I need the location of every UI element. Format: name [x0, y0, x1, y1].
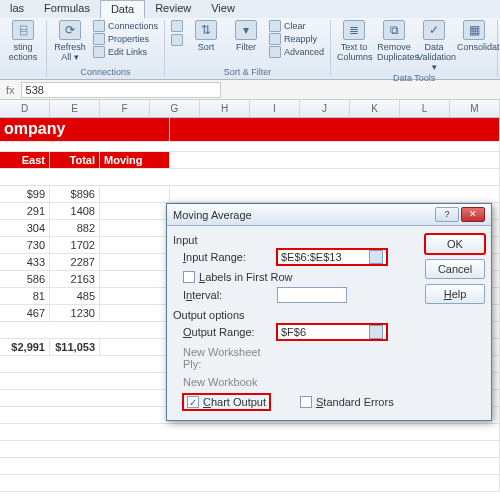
- edit-links-icon: [93, 46, 105, 58]
- col-i[interactable]: I: [250, 100, 300, 117]
- ribbon-tabs: las Formulas Data Review View: [0, 0, 500, 18]
- group-datatools-label: Data Tools: [393, 73, 435, 83]
- edit-links-button[interactable]: Edit Links: [93, 46, 158, 58]
- tab-review[interactable]: Review: [145, 0, 201, 18]
- cell-east[interactable]: 433: [0, 254, 50, 271]
- cell-east[interactable]: 586: [0, 271, 50, 288]
- hdr-moving: Moving Avg.: [100, 152, 170, 169]
- filter-button[interactable]: ▾ Filter: [229, 20, 263, 52]
- input-range-field[interactable]: $E$6:$E$13: [277, 249, 387, 265]
- input-range-label: IInput Range:nput Range:: [183, 251, 273, 263]
- connections-icon: ⌸: [12, 20, 34, 40]
- group-connections-label: Connections: [81, 67, 131, 77]
- cell-total[interactable]: $896: [50, 186, 100, 203]
- col-h[interactable]: H: [200, 100, 250, 117]
- cell-east[interactable]: 291: [0, 203, 50, 220]
- cell-total[interactable]: 485: [50, 288, 100, 305]
- link-icon: [93, 20, 105, 32]
- chart-output-label: Chart Output: [203, 396, 266, 408]
- chart-output-checkbox[interactable]: ✓: [187, 396, 199, 408]
- formula-input[interactable]: 538: [21, 82, 221, 98]
- labels-first-row-label: Labels in First Row: [199, 271, 293, 283]
- col-e[interactable]: E: [50, 100, 100, 117]
- cell-east[interactable]: 730: [0, 237, 50, 254]
- text-to-columns-icon: ≣: [343, 20, 365, 40]
- help-button[interactable]: Help: [425, 284, 485, 304]
- cell-east[interactable]: 81: [0, 288, 50, 305]
- dialog-title: Moving Average: [173, 209, 433, 221]
- interval-label: Interval:: [183, 289, 273, 301]
- new-ws-ply-label: New Worksheet Ply:: [183, 346, 273, 370]
- refresh-icon: ⟳: [59, 20, 81, 40]
- range-picker-icon[interactable]: [369, 325, 383, 339]
- output-range-field[interactable]: $F$6: [277, 324, 387, 340]
- dialog-help-button[interactable]: ?: [435, 207, 459, 222]
- standard-errors-label: Standard Errors: [316, 396, 394, 408]
- filter-icon: ▾: [235, 20, 257, 40]
- remove-duplicates-button[interactable]: ⧉ Remove Duplicates: [377, 20, 411, 62]
- refresh-all-button[interactable]: ⟳ Refresh All ▾: [53, 20, 87, 62]
- advanced-button[interactable]: Advanced: [269, 46, 324, 58]
- remove-duplicates-icon: ⧉: [383, 20, 405, 40]
- properties-icon: [93, 33, 105, 45]
- col-k[interactable]: K: [350, 100, 400, 117]
- labels-first-row-checkbox[interactable]: [183, 271, 195, 283]
- column-headers: D E F G H I J K L M: [0, 100, 500, 118]
- range-picker-icon[interactable]: [369, 250, 383, 264]
- cell-total[interactable]: 2163: [50, 271, 100, 288]
- connections-button[interactable]: Connections: [93, 20, 158, 32]
- sort-button[interactable]: ⇅ Sort: [189, 20, 223, 52]
- hdr-east: East: [0, 152, 50, 169]
- col-m[interactable]: M: [450, 100, 500, 117]
- dialog-close-button[interactable]: ✕: [461, 207, 485, 222]
- input-section-label: Input: [173, 234, 417, 246]
- sort-za-icon: [171, 34, 183, 46]
- tab-view[interactable]: View: [201, 0, 245, 18]
- interval-field[interactable]: [277, 287, 347, 303]
- existing-connections-button[interactable]: ⌸ stingections: [6, 20, 40, 62]
- sum-total[interactable]: $11,053: [50, 339, 100, 356]
- sort-az-button[interactable]: [171, 20, 183, 32]
- formula-bar: fx 538: [0, 80, 500, 100]
- moving-average-dialog: Moving Average ? ✕ Input IInput Range:np…: [166, 203, 492, 421]
- hdr-total: Total: [50, 152, 100, 169]
- dialog-titlebar[interactable]: Moving Average ? ✕: [167, 204, 491, 226]
- tab-las[interactable]: las: [0, 0, 34, 18]
- col-g[interactable]: G: [150, 100, 200, 117]
- sort-za-button[interactable]: [171, 34, 183, 46]
- new-wb-label: New Workbook: [183, 376, 273, 388]
- cell-east[interactable]: 467: [0, 305, 50, 322]
- consolidate-icon: ▦: [463, 20, 485, 40]
- sort-icon: ⇅: [195, 20, 217, 40]
- cell-east[interactable]: 304: [0, 220, 50, 237]
- clear-icon: [269, 20, 281, 32]
- standard-errors-checkbox[interactable]: [300, 396, 312, 408]
- properties-button[interactable]: Properties: [93, 33, 158, 45]
- cell-total[interactable]: 1702: [50, 237, 100, 254]
- reapply-button[interactable]: Reapply: [269, 33, 324, 45]
- col-d[interactable]: D: [0, 100, 50, 117]
- cell-total[interactable]: 1408: [50, 203, 100, 220]
- tab-data[interactable]: Data: [100, 0, 145, 18]
- tab-formulas[interactable]: Formulas: [34, 0, 100, 18]
- cancel-button[interactable]: Cancel: [425, 259, 485, 279]
- consolidate-button[interactable]: ▦ Consolidate: [457, 20, 491, 52]
- ribbon: ⌸ stingections ⟳ Refresh All ▾ Connectio…: [0, 18, 500, 80]
- fx-icon[interactable]: fx: [0, 84, 21, 96]
- cell-east[interactable]: $99: [0, 186, 50, 203]
- col-j[interactable]: J: [300, 100, 350, 117]
- cell-total[interactable]: 2287: [50, 254, 100, 271]
- advanced-icon: [269, 46, 281, 58]
- data-validation-icon: ✓: [423, 20, 445, 40]
- output-section-label: Output options: [173, 309, 417, 321]
- ok-button[interactable]: OK: [425, 234, 485, 254]
- col-l[interactable]: L: [400, 100, 450, 117]
- sum-east[interactable]: $2,991: [0, 339, 50, 356]
- data-validation-button[interactable]: ✓ Data Validation ▾: [417, 20, 451, 72]
- col-f[interactable]: F: [100, 100, 150, 117]
- clear-button[interactable]: Clear: [269, 20, 324, 32]
- cell-total[interactable]: 1230: [50, 305, 100, 322]
- cell-total[interactable]: 882: [50, 220, 100, 237]
- text-to-columns-button[interactable]: ≣ Text to Columns: [337, 20, 371, 62]
- group-sortfilter-label: Sort & Filter: [224, 67, 272, 77]
